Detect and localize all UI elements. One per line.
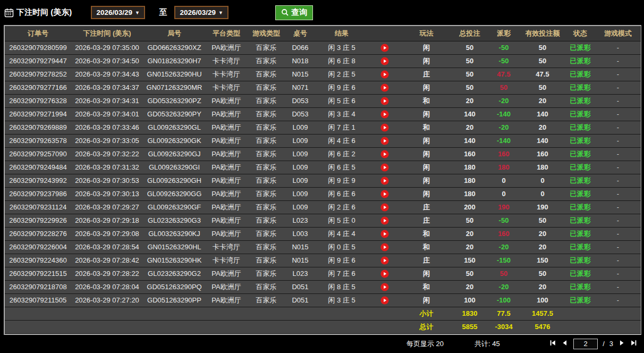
table-header: 订单号 下注时间 (美东) 局号 平台类型 游戏类型 桌号 结果 玩法 总投注 … (5, 26, 641, 41)
col-game-mode: 游戏模式 (595, 26, 641, 41)
game-mode-cell: - (595, 214, 641, 227)
date-from-select[interactable]: 2026/03/29 ▼ (91, 6, 145, 19)
play-video-icon[interactable] (380, 163, 389, 172)
round-id-cell: GL023263290G2 (143, 267, 206, 280)
orders-tbody: 260329079280599 2026-03-29 07:35:00 GD06… (5, 41, 641, 307)
result-cell: 闲 3 庄 4 (315, 107, 368, 121)
next-page-button[interactable] (618, 339, 625, 348)
table-row: 260329079277166 2026-03-29 07:34:37 GN07… (5, 81, 641, 94)
bet-time-cell: 2026-03-29 07:29:08 (71, 227, 143, 240)
table-no-cell: D051 (285, 280, 315, 293)
pagination-bar: 每页显示 20 共计: 45 / 3 (0, 335, 644, 353)
toolbar: 下注时间 (美东) 2026/03/29 ▼ 至 2026/03/29 ▼ 查询 (0, 0, 644, 25)
play-video-icon[interactable] (380, 203, 389, 212)
table-no-cell: L009 (285, 161, 315, 174)
game-mode-cell: - (595, 174, 641, 187)
col-order-id: 订单号 (5, 26, 71, 41)
table-row: 260329079276328 2026-03-29 07:34:31 GD05… (5, 94, 641, 107)
total-valid: 5476 (520, 320, 565, 333)
status-cell: 已派彩 (565, 81, 595, 94)
table-row: 260329079280599 2026-03-29 07:35:00 GD06… (5, 41, 641, 54)
platform-cell: PA欧洲厅 (206, 267, 247, 280)
platform-cell: PA欧洲厅 (206, 227, 247, 240)
status-cell: 已派彩 (565, 94, 595, 107)
table-row: 260329079224360 2026-03-29 07:28:42 GN01… (5, 254, 641, 267)
play-video-icon[interactable] (380, 270, 389, 278)
play-video-icon[interactable] (380, 57, 389, 65)
round-id-cell: GL009263290GK (143, 134, 206, 147)
payout-cell: -20 (488, 280, 520, 293)
bet-time-cell: 2026-03-29 07:34:01 (71, 107, 143, 121)
status-cell: 已派彩 (565, 240, 595, 254)
game-mode-cell: - (595, 161, 641, 174)
play-video-icon[interactable] (380, 176, 389, 185)
play-video-icon[interactable] (380, 216, 389, 225)
play-video-icon[interactable] (380, 83, 389, 92)
platform-cell: PA欧洲厅 (206, 200, 247, 214)
subtotal-bet: 1830 (452, 307, 488, 320)
play-video-icon[interactable] (380, 150, 389, 158)
date-to-select[interactable]: 2026/03/29 ▼ (174, 6, 228, 19)
play-video-icon[interactable] (380, 70, 389, 79)
play-video-icon[interactable] (380, 256, 389, 265)
play-video-icon[interactable] (380, 283, 389, 291)
total-bet-cell: 50 (452, 81, 488, 94)
order-id-cell: 260329079271994 (5, 107, 71, 121)
total-bet-cell: 20 (452, 121, 488, 134)
play-video-icon[interactable] (380, 97, 389, 105)
caret-down-icon: ▼ (218, 10, 223, 15)
status-cell: 已派彩 (565, 214, 595, 227)
replay-cell (368, 187, 401, 200)
play-video-icon[interactable] (380, 110, 389, 119)
play-video-icon[interactable] (380, 243, 389, 251)
bet-time-cell: 2026-03-29 07:27:20 (71, 293, 143, 307)
table-no-cell: D051 (285, 293, 315, 307)
replay-cell (368, 107, 401, 121)
play-video-icon[interactable] (380, 296, 389, 305)
table-no-cell: N018 (285, 54, 315, 68)
to-label: 至 (159, 7, 167, 18)
valid-bet-cell: 160 (520, 147, 565, 161)
play-video-icon[interactable] (380, 190, 389, 198)
order-id-cell: 260329079218708 (5, 280, 71, 293)
game-mode-cell: - (595, 200, 641, 214)
bet-time-cell: 2026-03-29 07:31:32 (71, 161, 143, 174)
prev-page-button[interactable] (561, 339, 569, 348)
play-video-icon[interactable] (380, 123, 389, 132)
order-id-cell: 260329079278252 (5, 68, 71, 81)
first-page-button[interactable] (549, 339, 556, 348)
subtotal-row: 小计 1830 77.5 1457.5 (5, 307, 641, 320)
payout-cell: 160 (488, 147, 520, 161)
bet-time-cell: 2026-03-29 07:28:42 (71, 254, 143, 267)
game-type-cell: 百家乐 (247, 94, 285, 107)
payout-cell: -50 (488, 41, 520, 54)
order-id-cell: 260329079257090 (5, 147, 71, 161)
table-row: 260329079269889 2026-03-29 07:33:46 GL00… (5, 121, 641, 134)
play-type-cell: 闲 (401, 187, 452, 200)
replay-cell (368, 200, 401, 214)
status-cell: 已派彩 (565, 187, 595, 200)
result-cell: 闲 0 庄 5 (315, 240, 368, 254)
table-no-cell: L009 (285, 121, 315, 134)
status-cell: 已派彩 (565, 68, 595, 81)
round-id-cell: GL023263290G3 (143, 214, 206, 227)
orders-table: 订单号 下注时间 (美东) 局号 平台类型 游戏类型 桌号 结果 玩法 总投注 … (4, 25, 641, 335)
query-button[interactable]: 查询 (275, 5, 313, 20)
result-cell: 闲 2 庄 6 (315, 200, 368, 214)
date-to-value: 2026/03/29 (180, 9, 216, 16)
table-no-cell: L009 (285, 147, 315, 161)
payout-cell: 180 (488, 161, 520, 174)
play-type-cell: 和 (401, 280, 452, 293)
platform-cell: PA欧洲厅 (206, 187, 247, 200)
page-input[interactable] (573, 339, 598, 349)
play-video-icon[interactable] (380, 44, 389, 52)
payout-cell: -150 (488, 254, 520, 267)
order-id-cell: 260329079243992 (5, 174, 71, 187)
play-video-icon[interactable] (380, 137, 389, 145)
play-video-icon[interactable] (380, 230, 389, 238)
valid-bet-cell: 50 (520, 267, 565, 280)
game-mode-cell: - (595, 280, 641, 293)
total-bet-cell: 150 (452, 254, 488, 267)
status-cell: 已派彩 (565, 107, 595, 121)
last-page-button[interactable] (630, 339, 638, 348)
